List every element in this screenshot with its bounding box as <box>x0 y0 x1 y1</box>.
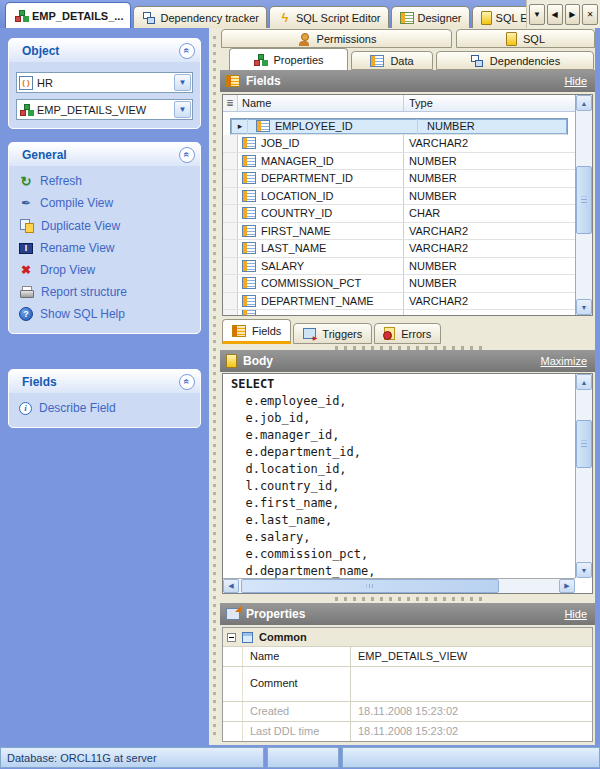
property-label: Name <box>243 647 351 666</box>
table-row[interactable]: MANAGER_ID NUMBER <box>223 153 575 171</box>
status-segment <box>267 747 339 768</box>
scrollbar-thumb[interactable] <box>241 579 499 593</box>
table-icon <box>232 325 246 337</box>
collapse-chevron-icon[interactable]: « <box>179 374 195 390</box>
property-row-last-ddl[interactable]: Last DDL time 18.11.2008 15:23:02 <box>223 722 592 741</box>
section-splitter-handle[interactable] <box>335 597 485 601</box>
table-row[interactable]: DEPARTMENT_NAME VARCHAR2 <box>223 293 575 311</box>
property-row-name[interactable]: Name EMP_DETAILS_VIEW <box>223 647 592 667</box>
subtab-triggers[interactable]: Triggers <box>293 323 372 344</box>
object-value: EMP_DETAILS_VIEW <box>37 104 146 116</box>
hide-link[interactable]: Hide <box>564 75 587 87</box>
object-panel-header[interactable]: Object « <box>9 39 200 62</box>
window-tab-designer[interactable]: Designer <box>391 6 470 28</box>
table-row[interactable]: FIRST_NAME VARCHAR2 <box>223 223 575 241</box>
tab-sql[interactable]: SQL <box>456 29 595 48</box>
scroll-right-icon[interactable]: ▶ <box>559 579 575 593</box>
body-section-title: Body <box>243 354 273 368</box>
tab-close-button[interactable]: ✕ <box>582 4 598 25</box>
object-select[interactable]: EMP_DETAILS_VIEW ▼ <box>16 99 193 120</box>
column-header-type[interactable]: Type <box>404 95 575 111</box>
subtab-fields[interactable]: Fields <box>222 319 291 344</box>
scroll-left-icon[interactable]: ◀ <box>223 579 239 593</box>
tab-scroll-right-button[interactable]: ▶ <box>565 4 581 25</box>
row-selector-cell <box>223 188 238 205</box>
scrollbar-track[interactable] <box>239 579 559 593</box>
property-gutter <box>223 702 243 721</box>
tab-permissions[interactable]: Permissions <box>221 29 452 48</box>
scrollbar-thumb[interactable] <box>576 166 592 234</box>
property-row-comment[interactable]: Comment <box>223 667 592 702</box>
field-name-cell: DEPARTMENT_NAME <box>238 293 404 310</box>
fields-grid-body: ≣ Name Type ▸ EMPLOYEE_ID NUMBER JOB_ID … <box>223 95 575 315</box>
schema-select[interactable]: ( ) HR ▼ <box>16 72 193 93</box>
fields-panel-header[interactable]: Fields « <box>9 370 200 393</box>
table-row[interactable]: JOB_ID VARCHAR2 <box>223 135 575 153</box>
property-row-created[interactable]: Created 18.11.2008 15:23:02 <box>223 702 592 722</box>
current-row-marker: ▸ <box>238 121 243 131</box>
column-header-name[interactable]: Name <box>238 95 404 111</box>
window-tab-dependency-tracker[interactable]: Dependency tracker <box>133 6 266 28</box>
scrollbar-thumb[interactable] <box>576 420 592 468</box>
document-icon <box>226 354 237 368</box>
fields-panel-body: i Describe Field <box>9 393 200 427</box>
scrollbar-track[interactable] <box>576 111 592 299</box>
scrollbar-track[interactable] <box>576 390 592 562</box>
action-duplicate-view[interactable]: Duplicate View <box>9 214 200 237</box>
collapse-chevron-icon[interactable]: « <box>179 43 195 59</box>
maximize-link[interactable]: Maximize <box>541 355 587 367</box>
collapse-chevron-icon[interactable]: « <box>179 147 195 163</box>
scroll-down-icon[interactable]: ▼ <box>576 299 592 315</box>
chevron-down-icon[interactable]: ▼ <box>174 101 191 118</box>
chevron-down-icon[interactable]: ▼ <box>174 74 191 91</box>
property-value[interactable]: EMP_DETAILS_VIEW <box>351 647 592 666</box>
scroll-up-icon[interactable]: ▲ <box>576 374 592 390</box>
tab-scroll-left-button[interactable]: ◀ <box>547 4 563 25</box>
table-row[interactable]: SALARY NUMBER <box>223 258 575 276</box>
action-refresh[interactable]: ↻ Refresh <box>9 170 200 192</box>
scroll-down-icon[interactable]: ▼ <box>576 562 592 578</box>
field-type-cell: NUMBER <box>404 275 575 292</box>
body-vertical-scrollbar[interactable]: ▲ ▼ <box>575 374 592 578</box>
body-horizontal-scrollbar[interactable]: ◀ ▶ <box>223 578 575 593</box>
table-row[interactable]: COUNTRY_ID CHAR <box>223 205 575 223</box>
property-group-common[interactable]: Common <box>223 628 592 647</box>
tab-data[interactable]: Data <box>351 51 433 70</box>
sidebar-splitter[interactable] <box>209 28 220 745</box>
view-icon <box>19 103 33 117</box>
action-rename-view[interactable]: I Rename View <box>9 237 200 259</box>
action-compile-view[interactable]: ✒ Compile View <box>9 192 200 214</box>
tab-label: Dependencies <box>490 55 560 67</box>
field-icon <box>242 310 256 315</box>
table-row[interactable]: LOCATION_ID NUMBER <box>223 188 575 206</box>
action-report-structure[interactable]: Report structure <box>9 281 200 303</box>
hide-link[interactable]: Hide <box>564 608 587 620</box>
table-row[interactable]: LAST_NAME VARCHAR2 <box>223 240 575 258</box>
delete-x-icon: ✖ <box>19 263 33 277</box>
form-icon <box>226 608 240 620</box>
subtab-label: Fields <box>252 325 281 337</box>
tab-properties[interactable]: Properties <box>229 48 348 70</box>
window-tab-sql-script-editor[interactable]: ϟ SQL Script Editor <box>269 6 389 28</box>
sql-editor[interactable]: SELECT e.employee_id, e.job_id, e.manage… <box>222 373 593 594</box>
window-tab-label: EMP_DETAILS_... <box>32 10 123 22</box>
table-row[interactable]: ▸ EMPLOYEE_ID NUMBER <box>230 118 568 136</box>
collapse-minus-icon[interactable] <box>227 633 236 642</box>
window-tab-emp-details[interactable]: EMP_DETAILS_... <box>5 2 131 28</box>
tab-list-dropdown-button[interactable]: ▼ <box>529 4 545 25</box>
table-row[interactable]: DEPARTMENT_ID NUMBER <box>223 170 575 188</box>
person-icon <box>297 32 311 46</box>
tab-dependencies[interactable]: Dependencies <box>436 51 594 70</box>
sql-code[interactable]: SELECT e.employee_id, e.job_id, e.manage… <box>223 374 575 578</box>
table-row[interactable]: COMMISSION_PCT NUMBER <box>223 275 575 293</box>
subtab-errors[interactable]: Errors <box>374 323 441 344</box>
tab-label: Properties <box>273 54 323 66</box>
action-show-sql-help[interactable]: ? Show SQL Help <box>9 303 200 325</box>
fields-vertical-scrollbar[interactable]: ▲ ▼ <box>575 95 592 315</box>
scroll-up-icon[interactable]: ▲ <box>576 95 592 111</box>
action-describe-field[interactable]: i Describe Field <box>9 397 200 419</box>
action-drop-view[interactable]: ✖ Drop View <box>9 259 200 281</box>
general-panel-header[interactable]: General « <box>9 143 200 166</box>
field-name-cell: SALARY <box>238 258 404 275</box>
property-value[interactable] <box>351 667 592 701</box>
